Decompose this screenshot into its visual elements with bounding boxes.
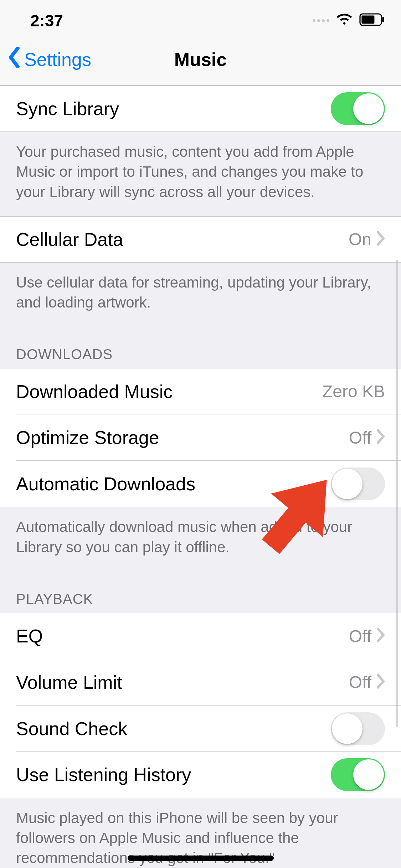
sound-check-toggle[interactable] <box>331 712 385 745</box>
sync-library-toggle[interactable] <box>331 92 385 125</box>
cellular-data-value: On <box>349 229 376 249</box>
downloaded-music-row[interactable]: Downloaded Music Zero KB <box>0 368 401 414</box>
nav-bar: Settings Music <box>0 34 401 86</box>
eq-value: Off <box>349 626 376 646</box>
eq-label: EQ <box>16 625 349 647</box>
eq-row[interactable]: EQ Off <box>0 613 401 659</box>
downloaded-music-value: Zero KB <box>322 382 385 401</box>
automatic-downloads-label: Automatic Downloads <box>16 473 331 495</box>
sound-check-row[interactable]: Sound Check <box>0 706 401 752</box>
optimize-storage-label: Optimize Storage <box>16 427 349 448</box>
svg-rect-2 <box>382 17 384 22</box>
chevron-left-icon <box>8 47 21 72</box>
volume-limit-row[interactable]: Volume Limit Off <box>0 659 401 706</box>
back-button[interactable]: Settings <box>0 47 91 72</box>
optimize-storage-value: Off <box>349 428 376 448</box>
optimize-storage-row[interactable]: Optimize Storage Off <box>0 414 401 461</box>
cellular-data-label: Cellular Data <box>16 229 349 250</box>
back-label: Settings <box>24 49 91 70</box>
volume-limit-value: Off <box>349 672 376 692</box>
wifi-icon <box>336 10 353 31</box>
playback-header: PLAYBACK <box>0 572 401 613</box>
automatic-downloads-row[interactable]: Automatic Downloads <box>0 461 401 507</box>
listening-history-toggle[interactable] <box>331 758 385 791</box>
status-right <box>313 10 385 31</box>
sync-library-row[interactable]: Sync Library <box>0 86 401 132</box>
sync-library-label: Sync Library <box>16 98 331 119</box>
status-time: 2:37 <box>30 11 63 30</box>
downloaded-music-label: Downloaded Music <box>16 381 322 402</box>
chevron-right-icon <box>376 672 385 693</box>
chevron-right-icon <box>376 229 385 250</box>
chevron-right-icon <box>376 625 385 647</box>
home-indicator[interactable] <box>128 856 274 861</box>
sync-library-footer: Your purchased music, content you add fr… <box>0 132 401 216</box>
battery-icon <box>359 11 385 30</box>
scroll-indicator[interactable] <box>396 260 398 727</box>
automatic-downloads-footer: Automatically download music when added … <box>0 507 401 572</box>
automatic-downloads-toggle[interactable] <box>331 467 385 500</box>
content: Sync Library Your purchased music, conte… <box>0 86 401 868</box>
listening-history-row[interactable]: Use Listening History <box>0 752 401 798</box>
chevron-right-icon <box>376 427 385 448</box>
listening-history-label: Use Listening History <box>16 764 331 785</box>
sound-check-label: Sound Check <box>16 718 331 739</box>
downloads-header: DOWNLOADS <box>0 327 401 368</box>
svg-rect-1 <box>361 15 374 24</box>
cellular-dots-icon <box>313 19 329 22</box>
status-bar: 2:37 <box>0 0 401 34</box>
cellular-data-row[interactable]: Cellular Data On <box>0 216 401 263</box>
volume-limit-label: Volume Limit <box>16 672 349 693</box>
cellular-data-footer: Use cellular data for streaming, updatin… <box>0 263 401 327</box>
